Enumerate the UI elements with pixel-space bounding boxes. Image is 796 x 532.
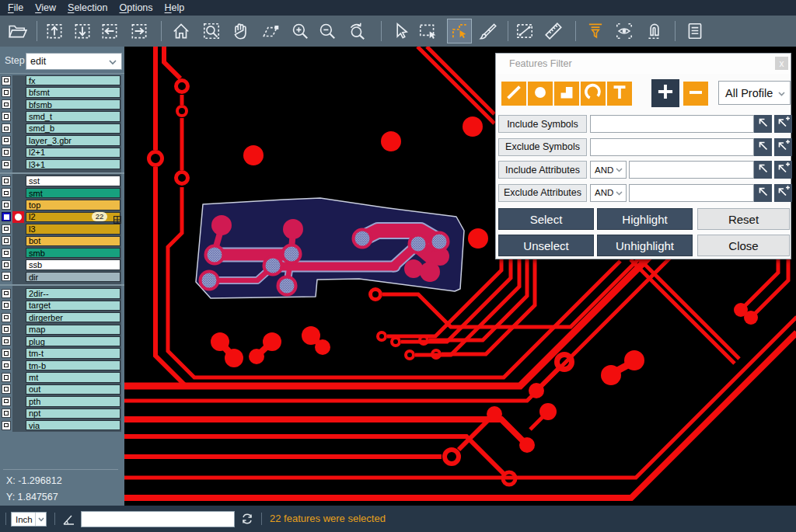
layer-name[interactable]: plug xyxy=(26,336,120,346)
select-cursor-button[interactable] xyxy=(388,19,413,43)
layer-checkbox[interactable] xyxy=(2,176,11,186)
layer-name[interactable]: tm-b xyxy=(26,360,120,370)
layer-row-out[interactable]: out xyxy=(0,384,124,395)
layer-row-smb[interactable]: smb xyxy=(0,248,124,258)
layer-checkbox[interactable] xyxy=(2,148,11,157)
layer-name[interactable]: sst xyxy=(26,176,120,186)
layer-checkbox[interactable] xyxy=(2,212,11,221)
features-filter-button[interactable] xyxy=(583,19,608,43)
layer-name[interactable]: layer_3.gbr xyxy=(26,135,120,145)
pick-add-button[interactable] xyxy=(774,138,792,156)
layer-row-bfsmb[interactable]: bfsmb xyxy=(0,99,124,110)
step-dropdown[interactable]: edit xyxy=(26,53,122,70)
layer-checkbox[interactable] xyxy=(2,160,11,169)
filter-pads-button[interactable] xyxy=(528,82,553,106)
remove-mode-button[interactable] xyxy=(683,82,708,106)
filter-arcs-button[interactable] xyxy=(581,82,606,106)
pick-from-canvas-button[interactable] xyxy=(754,161,772,179)
layer-checkbox[interactable] xyxy=(2,123,11,133)
layer-name[interactable]: map xyxy=(26,325,120,335)
pick-from-canvas-button[interactable] xyxy=(754,184,772,202)
menu-item-selection[interactable]: Selection xyxy=(68,2,107,13)
filter-value-input[interactable] xyxy=(629,161,754,179)
layer-name[interactable]: top xyxy=(26,200,120,210)
layer-name[interactable]: bfsmb xyxy=(26,99,120,110)
layer-name[interactable]: tm-t xyxy=(26,348,120,358)
layer-row-tm-t[interactable]: tm-t xyxy=(0,348,124,358)
pick-add-button[interactable] xyxy=(774,184,792,202)
unhighlight-button[interactable]: Unhighlight xyxy=(597,235,693,256)
layer-row-dirgerber[interactable]: dirgerber xyxy=(0,312,124,322)
filter-value-input[interactable] xyxy=(629,184,754,202)
layer-row-tm-b[interactable]: tm-b xyxy=(0,360,124,370)
layer-checkbox[interactable] xyxy=(2,136,11,145)
zoom-in-button[interactable] xyxy=(288,19,312,43)
layer-checkbox[interactable] xyxy=(2,99,11,109)
layer-name[interactable]: via xyxy=(26,420,120,430)
layer-checkbox[interactable] xyxy=(2,76,11,85)
layer-name[interactable]: l3 xyxy=(26,224,120,234)
layer-row-bfsmt[interactable]: bfsmt xyxy=(0,87,124,97)
dialog-title-bar[interactable]: Features Filter xyxy=(496,54,791,74)
layer-row-via[interactable]: via xyxy=(0,420,124,430)
layer-name[interactable]: smd_b xyxy=(26,123,120,134)
layer-checkbox[interactable] xyxy=(2,249,11,258)
filter-value-input[interactable] xyxy=(590,138,754,156)
open-folder-button[interactable] xyxy=(5,19,30,43)
layer-row-target[interactable]: target xyxy=(0,301,124,311)
layer-row-pth[interactable]: pth xyxy=(0,396,124,406)
layer-checkbox[interactable] xyxy=(2,112,11,121)
layer-row-2dir--[interactable]: 2dir-- xyxy=(0,288,124,298)
menu-item-file[interactable]: File xyxy=(8,2,23,13)
layer-checkbox[interactable] xyxy=(2,373,11,382)
zoom-polygon-button[interactable] xyxy=(258,19,283,43)
layer-row-smt[interactable]: smt xyxy=(0,188,124,198)
and-or-dropdown[interactable]: AND xyxy=(590,161,627,179)
layer-row-bot[interactable]: bot xyxy=(0,236,124,246)
dialog-close-button[interactable]: x xyxy=(775,57,788,70)
pan-button[interactable] xyxy=(229,19,253,43)
layer-checkbox[interactable] xyxy=(2,272,11,281)
layer-name[interactable]: target xyxy=(26,301,120,311)
layer-checkbox[interactable] xyxy=(2,349,11,358)
layer-row-smd_b[interactable]: smd_b xyxy=(0,123,124,134)
filter-surfaces-button[interactable] xyxy=(554,82,579,106)
layer-row-smd_t[interactable]: smd_t xyxy=(0,111,124,121)
layer-row-layer_3.gbr[interactable]: layer_3.gbr xyxy=(0,135,124,145)
layer-checkbox[interactable] xyxy=(2,360,11,370)
select-rectangle-button[interactable] xyxy=(415,19,440,43)
pick-from-canvas-button[interactable] xyxy=(754,138,772,156)
zoom-previous-button[interactable] xyxy=(344,19,369,43)
layer-name[interactable]: pth xyxy=(26,396,120,406)
filter-value-input[interactable] xyxy=(590,115,754,133)
pick-from-canvas-button[interactable] xyxy=(754,115,772,133)
layer-checkbox[interactable] xyxy=(2,384,11,394)
snap-magnet-button[interactable] xyxy=(642,19,667,43)
unit-dropdown[interactable]: Inch xyxy=(11,512,47,527)
select-path-button[interactable] xyxy=(447,19,472,43)
layer-row-top[interactable]: top xyxy=(0,200,124,210)
home-view-button[interactable] xyxy=(169,19,194,43)
layer-checkbox[interactable] xyxy=(2,301,11,310)
layer-name[interactable]: bfsmt xyxy=(26,87,120,97)
layer-row-ssb[interactable]: ssb xyxy=(0,259,124,269)
angle-measure-icon[interactable] xyxy=(62,513,75,526)
layer-checkbox[interactable] xyxy=(2,336,11,346)
layer-checkbox[interactable] xyxy=(2,421,11,430)
layer-name[interactable]: ssb xyxy=(26,259,120,269)
close-button[interactable]: Close xyxy=(697,235,790,256)
shift-up-button[interactable] xyxy=(42,19,67,43)
menu-item-view[interactable]: View xyxy=(35,2,56,13)
layer-row-l2[interactable]: l222 xyxy=(0,212,124,222)
filter-row-label[interactable]: Include Attributes xyxy=(498,161,587,179)
layer-row-l2+1[interactable]: l2+1 xyxy=(0,148,124,158)
layer-row-npt[interactable]: npt xyxy=(0,409,124,419)
layer-checkbox[interactable] xyxy=(2,409,11,418)
layer-name[interactable]: npt xyxy=(26,409,120,419)
layer-checkbox[interactable] xyxy=(2,188,11,197)
zoom-window-button[interactable] xyxy=(199,19,224,43)
layer-name[interactable]: mt xyxy=(26,372,120,382)
layer-row-l3+1[interactable]: l3+1 xyxy=(0,159,124,169)
layer-name[interactable]: fx xyxy=(26,75,120,85)
filter-row-label[interactable]: Exclude Symbols xyxy=(498,138,587,156)
